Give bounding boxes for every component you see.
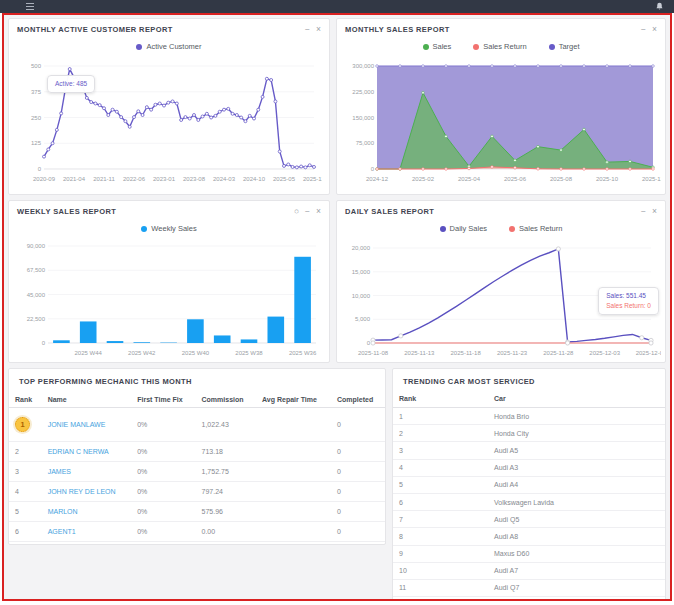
table-row: 9Maxus D60 bbox=[393, 545, 665, 562]
table-row: 4Audi A3 bbox=[393, 459, 665, 476]
charts-row-1: MONTHLY ACTIVE CUSTOMER REPORT − × Activ… bbox=[8, 18, 666, 195]
monthly-sales-chart[interactable]: 075,000150,000225,000300,0002024-122025-… bbox=[337, 53, 665, 194]
minimize-button[interactable]: − bbox=[305, 25, 310, 34]
top-navbar bbox=[0, 0, 674, 13]
panel-monthly-active-customer: MONTHLY ACTIVE CUSTOMER REPORT − × Activ… bbox=[8, 18, 330, 195]
mechanic-name-link[interactable]: MARLON bbox=[48, 508, 78, 515]
svg-text:67,500: 67,500 bbox=[27, 267, 46, 273]
rank-cell: 11 bbox=[393, 579, 488, 596]
daily-sales-chart[interactable]: 05,00010,00015,00020,0002025-11-082025-1… bbox=[337, 235, 665, 362]
table-row: 4JOHN REY DE LEON0%797.240 bbox=[9, 482, 385, 502]
table-row: 6AGENT10%0.000 bbox=[9, 522, 385, 542]
weekly-sales-bar bbox=[214, 335, 231, 343]
cars-table: RankCar 1Honda Brio2Honda City3Audi A54A… bbox=[393, 392, 665, 601]
weekly-sales-bar bbox=[294, 257, 311, 343]
panel-daily-sales: DAILY SALES REPORT − × Daily SalesSales … bbox=[336, 200, 666, 363]
close-button[interactable]: × bbox=[316, 207, 321, 216]
car-cell: Audi A7 bbox=[488, 562, 665, 579]
charts-row-2: WEEKLY SALES REPORT ○ − × Weekly Sales 0… bbox=[8, 200, 666, 363]
legend-label: Active Customer bbox=[146, 42, 201, 51]
svg-text:5,000: 5,000 bbox=[355, 316, 371, 322]
legend-label: Weekly Sales bbox=[151, 224, 196, 233]
panel-title: WEEKLY SALES REPORT bbox=[17, 207, 116, 216]
legend-dot-icon bbox=[141, 226, 147, 232]
active-customer-chart[interactable]: 01252503755002020-092021-042021-112022-0… bbox=[9, 53, 329, 194]
first-time-fix-cell: 0% bbox=[131, 522, 195, 542]
svg-text:2023-08: 2023-08 bbox=[183, 176, 206, 182]
menu-icon[interactable] bbox=[26, 3, 34, 10]
weekly-sales-chart[interactable]: 022,50045,00067,50090,0002025 W442025 W4… bbox=[9, 235, 329, 362]
svg-text:2021-11: 2021-11 bbox=[93, 176, 115, 182]
mechanic-name-link[interactable]: AGENT1 bbox=[48, 528, 76, 535]
legend-item[interactable]: Weekly Sales bbox=[141, 224, 196, 233]
car-cell: Audi A4 bbox=[488, 476, 665, 493]
rank-cell: 1 bbox=[9, 408, 42, 442]
mechanic-name-link[interactable]: JAMES bbox=[48, 468, 71, 475]
mechanics-table: RankNameFirst Time FixCommissionAvg Repa… bbox=[9, 392, 385, 542]
svg-text:2023-01: 2023-01 bbox=[153, 176, 176, 182]
rank-cell: 5 bbox=[393, 476, 488, 493]
table-title: TOP PERFORMING MECHANIC THIS MONTH bbox=[9, 375, 385, 392]
svg-text:300,000: 300,000 bbox=[352, 63, 374, 69]
minimize-button[interactable]: − bbox=[641, 207, 646, 216]
notifications-bell-icon[interactable] bbox=[655, 2, 664, 11]
legend-item[interactable]: Sales bbox=[423, 42, 452, 51]
mechanic-name-link[interactable]: EDRIAN C NERWA bbox=[48, 448, 109, 455]
close-button[interactable]: × bbox=[652, 25, 657, 34]
minimize-button[interactable]: − bbox=[641, 25, 646, 34]
table-row: 8Audi A8 bbox=[393, 528, 665, 545]
commission-cell: 797.24 bbox=[196, 482, 257, 502]
rank-cell: 3 bbox=[9, 462, 42, 482]
column-header: Completed bbox=[331, 392, 385, 408]
rank-cell: 10 bbox=[393, 562, 488, 579]
svg-text:0: 0 bbox=[371, 166, 375, 172]
table-row: 7Audi Q5 bbox=[393, 511, 665, 528]
svg-text:2025-05: 2025-05 bbox=[273, 176, 296, 182]
svg-text:15,000: 15,000 bbox=[352, 269, 371, 275]
legend-label: Sales bbox=[433, 42, 452, 51]
mechanic-name-link[interactable]: JONIE MANLAWE bbox=[48, 421, 106, 428]
legend-item[interactable]: Active Customer bbox=[136, 42, 201, 51]
close-button[interactable]: × bbox=[652, 207, 657, 216]
chart-legend: Active Customer bbox=[9, 37, 329, 53]
column-header: First Time Fix bbox=[131, 392, 195, 408]
weekly-sales-bar bbox=[133, 342, 150, 343]
legend-item[interactable]: Target bbox=[549, 42, 580, 51]
svg-text:20,000: 20,000 bbox=[352, 245, 371, 251]
rank-cell: 2 bbox=[9, 442, 42, 462]
avg-repair-time-cell bbox=[256, 502, 331, 522]
chart-legend: Weekly Sales bbox=[9, 219, 329, 235]
svg-text:2022-06: 2022-06 bbox=[123, 176, 146, 182]
column-header: Commission bbox=[196, 392, 257, 408]
rank-cell: 9 bbox=[393, 545, 488, 562]
legend-dot-icon bbox=[509, 226, 515, 232]
minimize-button[interactable]: − bbox=[305, 207, 310, 216]
completed-cell: 0 bbox=[331, 462, 385, 482]
car-cell: Honda Brio bbox=[488, 408, 665, 425]
legend-item[interactable]: Daily Sales bbox=[440, 224, 488, 233]
close-button[interactable]: × bbox=[316, 25, 321, 34]
panel-title: DAILY SALES REPORT bbox=[345, 207, 434, 216]
avg-repair-time-cell bbox=[256, 482, 331, 502]
svg-text:0: 0 bbox=[367, 340, 371, 346]
panel-top-mechanics: TOP PERFORMING MECHANIC THIS MONTH RankN… bbox=[8, 368, 386, 545]
legend-item[interactable]: Sales Return bbox=[509, 224, 562, 233]
completed-cell: 0 bbox=[331, 522, 385, 542]
svg-text:2025-04: 2025-04 bbox=[458, 176, 481, 182]
table-row: 3JAMES0%1,752.750 bbox=[9, 462, 385, 482]
mechanic-name-link[interactable]: JOHN REY DE LEON bbox=[48, 488, 116, 495]
rank-cell: 7 bbox=[393, 511, 488, 528]
car-cell: Audi Q5 bbox=[488, 511, 665, 528]
table-header-row: RankCar bbox=[393, 392, 665, 408]
panel-monthly-sales: MONTHLY SALES REPORT − × SalesSales Retu… bbox=[336, 18, 666, 195]
car-cell: Audi A6 bbox=[488, 597, 665, 601]
refresh-button[interactable]: ○ bbox=[294, 207, 299, 216]
svg-text:90,000: 90,000 bbox=[27, 243, 46, 249]
name-cell: AGENT1 bbox=[42, 522, 132, 542]
svg-text:2025-08: 2025-08 bbox=[550, 176, 573, 182]
chart-legend: SalesSales ReturnTarget bbox=[337, 37, 665, 53]
legend-item[interactable]: Sales Return bbox=[473, 42, 526, 51]
svg-text:75,000: 75,000 bbox=[356, 140, 375, 146]
first-time-fix-cell: 0% bbox=[131, 408, 195, 442]
svg-text:2025-12: 2025-12 bbox=[303, 176, 322, 182]
